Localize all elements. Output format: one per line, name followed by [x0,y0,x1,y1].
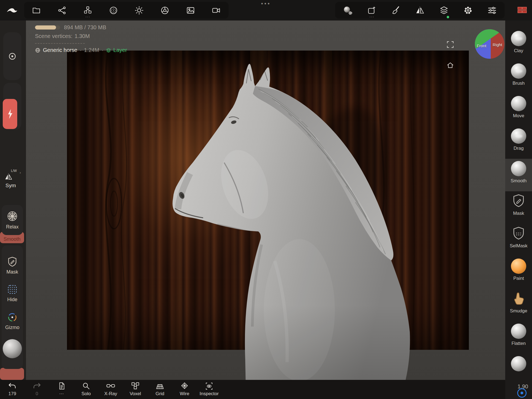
web-icon [7,210,18,222]
folder-icon[interactable] [31,4,42,17]
stroke-slider-widget[interactable] [3,32,21,80]
files-button[interactable]: ··· [49,380,74,399]
bottom-toolbar: 179 0 ··· Solo X-Ray Voxel Grid Wire [0,380,505,399]
fullscreen-icon[interactable] [446,41,454,49]
paint-matcap-icon [511,259,526,274]
home-icon[interactable] [446,61,454,70]
grid-button[interactable]: Grid [148,380,172,399]
tool-selmask[interactable]: SelMask [505,224,532,256]
light-icon[interactable] [134,4,144,17]
node-graph-icon[interactable] [57,4,67,17]
inspector-button[interactable]: Inspector [197,380,221,399]
move-matcap-icon [511,96,526,111]
settings-gear-icon[interactable] [463,4,473,17]
mask-button[interactable]: Mask [6,256,18,275]
voxel-button[interactable]: Voxel [123,380,148,399]
selection-dashed-icon [7,284,18,295]
camera-icon[interactable] [211,4,221,17]
redo-icon [32,382,42,391]
redo-count: 0 [36,391,38,397]
tool-next-partial[interactable] [505,354,532,374]
mask-shield-icon [511,193,526,209]
tool-clay[interactable]: Clay [505,29,532,61]
layers-active-dot [447,16,449,18]
partial-matcap-icon [511,356,526,371]
radius-radio-icon [7,51,18,62]
memory-bar-fill [35,25,56,30]
tool-brush[interactable]: Brush [505,61,532,94]
smooth-matcap-icon [511,161,526,176]
tool-paint[interactable]: Paint [505,256,532,289]
voxel-bricks-icon[interactable] [516,4,528,16]
navigation-joystick-icon[interactable] [517,388,527,398]
paint-tools-icon[interactable] [391,4,401,17]
symmetry-icon[interactable] [415,4,425,17]
pages-icon [57,382,66,391]
render-box-icon[interactable]: ··· [367,4,377,17]
redo-button[interactable]: 0 [25,380,49,399]
tool-smooth[interactable]: Smooth [505,159,532,191]
solo-button[interactable]: Solo [74,380,98,399]
layer-chip[interactable] [106,48,111,53]
nomad-sculpt-app: 894 MB / 730 MB Scene vertices: 1.30M Ge… [0,0,532,399]
smudge-finger-icon [511,291,526,306]
hide-label: Hide [7,297,17,303]
gizmo-label: Gizmo [5,325,19,330]
undo-button[interactable]: 179 [0,380,25,399]
app-logo-icon[interactable] [4,4,20,16]
clay-matcap-icon [511,31,526,46]
tool-move[interactable]: Move [505,94,532,126]
layer-label[interactable]: Layer [113,47,127,53]
scene-objects-icon[interactable]: ··· [83,4,93,17]
memory-bar [35,25,60,30]
sym-mirror-icon [4,173,13,181]
files-more-label: ··· [59,391,64,397]
brush-matcap-icon [511,63,526,79]
tool-drag[interactable]: Drag [505,126,532,159]
memory-text: 894 MB / 730 MB [64,24,106,31]
background-image-icon[interactable] [185,4,196,17]
undo-icon [7,382,17,391]
gizmo-right-label: Right [493,42,502,47]
object-row[interactable]: Generic horse · 1.24M · Layer [35,47,127,53]
matcap-settings-icon[interactable] [343,4,353,17]
topbar-left-group: ··· [24,2,229,19]
gizmo-axes-icon [7,312,18,323]
mask-label: Mask [6,269,18,275]
left-tool-panel: Mask Hide Gizmo [2,245,23,369]
aperture-icon[interactable] [160,4,170,17]
layers-icon[interactable] [439,4,449,17]
symmetry-toggle[interactable]: Sym [4,173,20,189]
object-vertex-count: 1.24M [84,47,99,53]
interface-sliders-icon[interactable] [487,4,497,17]
lw-label: L/W [11,169,17,173]
backdrop-wood-texture [67,51,469,350]
object-globe-icon [35,48,40,53]
xray-button[interactable]: X-Ray [98,380,123,399]
layer-icon [106,48,111,53]
undo-count: 179 [8,391,16,397]
gizmo-button[interactable]: Gizmo [5,312,19,330]
vertices-value: 1.30M [75,33,90,39]
cubes-icon [130,382,140,391]
wireframe-icon [180,382,189,391]
drag-matcap-icon [511,128,526,144]
tool-mask[interactable]: Mask [505,191,532,224]
mesh-sphere-icon[interactable] [108,4,119,17]
wire-button[interactable]: Wire [172,380,197,399]
mask-shield-icon [7,256,18,268]
lightning-icon [6,108,14,120]
hide-button[interactable]: Hide [7,284,18,303]
menu-dots[interactable]: ••• [261,1,271,7]
orientation-gizmo[interactable]: Front Right [475,29,504,59]
tool-flatten[interactable]: Flatten [505,321,532,354]
tool-smudge[interactable]: Smudge [505,289,532,321]
relax-button[interactable]: Relax [2,205,23,235]
material-sphere[interactable] [3,339,22,358]
object-name: Generic horse [43,47,77,53]
dyntopo-button[interactable] [3,99,17,129]
sym-label: Sym [5,183,16,189]
grid-plane-icon [155,382,165,391]
inspector-eye-icon [204,382,214,391]
viewport-canvas[interactable]: 894 MB / 730 MB Scene vertices: 1.30M Ge… [26,20,505,399]
